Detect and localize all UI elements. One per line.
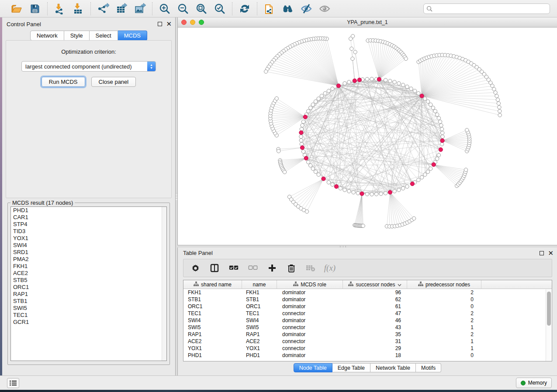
- search-box[interactable]: [423, 3, 550, 14]
- select-all-icon[interactable]: [229, 263, 239, 273]
- table-row[interactable]: SWI4SWI4dominator462: [183, 317, 552, 324]
- tab-style[interactable]: Style: [64, 31, 90, 41]
- network-node[interactable]: [320, 94, 323, 98]
- network-node[interactable]: [436, 113, 439, 116]
- mcds-result-item[interactable]: STB1: [11, 298, 166, 305]
- network-node[interactable]: [370, 193, 374, 196]
- network-node[interactable]: [441, 135, 444, 138]
- zoom-fit-icon[interactable]: [195, 3, 208, 15]
- find-icon[interactable]: [282, 3, 294, 15]
- network-node[interactable]: [433, 109, 437, 113]
- table-row[interactable]: RAP1RAP1dominator352: [183, 331, 552, 338]
- mcds-hub-node[interactable]: [300, 146, 304, 150]
- mcds-result-item[interactable]: GCR1: [11, 319, 166, 326]
- network-node[interactable]: [351, 34, 354, 38]
- network-node[interactable]: [347, 189, 351, 193]
- network-node[interactable]: [317, 173, 320, 176]
- network-node[interactable]: [439, 124, 443, 127]
- network-node[interactable]: [309, 164, 312, 167]
- zoom-selected-icon[interactable]: [214, 3, 226, 15]
- mcds-hub-node[interactable]: [410, 182, 414, 186]
- network-node[interactable]: [494, 91, 497, 94]
- delete-icon[interactable]: [287, 263, 296, 273]
- tab-network-table[interactable]: Network Table: [370, 363, 416, 372]
- network-node[interactable]: [283, 170, 286, 174]
- mcds-list-scrollbar[interactable]: [162, 207, 166, 361]
- network-node[interactable]: [309, 106, 312, 110]
- settings-gear-icon[interactable]: [190, 263, 200, 273]
- network-node[interactable]: [300, 142, 303, 146]
- network-node[interactable]: [417, 178, 420, 182]
- mcds-result-item[interactable]: STP4: [11, 221, 166, 228]
- close-table-panel-icon[interactable]: ✕: [548, 251, 554, 255]
- run-mcds-button[interactable]: Run MCDS: [42, 77, 85, 87]
- export-table-icon[interactable]: [115, 3, 128, 15]
- network-node[interactable]: [498, 113, 502, 117]
- network-node[interactable]: [401, 186, 405, 190]
- mcds-result-item[interactable]: SRD1: [11, 249, 166, 256]
- network-node[interactable]: [353, 50, 357, 54]
- table-row[interactable]: YOX1YOX1connector291: [183, 345, 552, 352]
- memory-button[interactable]: Memory: [516, 378, 552, 388]
- mcds-hub-node[interactable]: [420, 94, 424, 98]
- table-row[interactable]: SWI5SWI5connector431: [183, 324, 552, 331]
- network-node[interactable]: [497, 102, 500, 105]
- network-node[interactable]: [374, 193, 378, 196]
- float-panel-icon[interactable]: [158, 22, 162, 26]
- refresh-layout-icon[interactable]: [239, 3, 251, 15]
- import-table-icon[interactable]: [72, 3, 84, 15]
- mcds-hub-node[interactable]: [336, 84, 340, 88]
- mcds-hub-node[interactable]: [388, 190, 392, 194]
- network-node[interactable]: [498, 106, 501, 109]
- network-node[interactable]: [361, 224, 365, 227]
- column-layout-icon[interactable]: [210, 263, 219, 273]
- network-node[interactable]: [409, 87, 413, 90]
- network-node[interactable]: [426, 170, 429, 173]
- network-node[interactable]: [350, 47, 353, 50]
- mcds-result-item[interactable]: YOX1: [11, 235, 166, 242]
- network-node[interactable]: [423, 97, 427, 100]
- mcds-result-item[interactable]: TID3: [11, 228, 166, 235]
- table-scrollbar[interactable]: [546, 289, 551, 361]
- criterion-select[interactable]: largest connected component (undirected)…: [21, 61, 156, 72]
- table-row[interactable]: ACE2ACE2connector311: [183, 338, 552, 345]
- network-node[interactable]: [352, 190, 355, 194]
- mcds-hub-node[interactable]: [353, 79, 356, 83]
- network-node[interactable]: [413, 89, 416, 93]
- import-network-icon[interactable]: [54, 3, 66, 15]
- network-node[interactable]: [397, 188, 401, 192]
- save-icon[interactable]: [29, 3, 41, 15]
- network-node[interactable]: [343, 82, 346, 85]
- network-node[interactable]: [327, 89, 330, 93]
- network-node[interactable]: [370, 77, 374, 81]
- network-node[interactable]: [436, 157, 439, 160]
- tab-edge-table[interactable]: Edge Table: [332, 363, 370, 372]
- network-node[interactable]: [347, 80, 351, 84]
- network-node[interactable]: [311, 103, 315, 107]
- tab-network[interactable]: Network: [30, 31, 64, 41]
- mcds-result-item[interactable]: SWI5: [11, 305, 166, 312]
- network-node[interactable]: [405, 85, 409, 89]
- network-node[interactable]: [314, 170, 317, 173]
- network-node[interactable]: [379, 192, 383, 196]
- mcds-hub-node[interactable]: [322, 177, 325, 181]
- tab-mcds[interactable]: MCDS: [118, 31, 147, 41]
- table-scrollbar-thumb[interactable]: [547, 292, 551, 326]
- show-all-icon[interactable]: [318, 3, 331, 15]
- network-node[interactable]: [307, 109, 310, 113]
- network-node[interactable]: [420, 175, 423, 179]
- network-node[interactable]: [365, 193, 369, 196]
- network-node[interactable]: [339, 186, 342, 190]
- network-node[interactable]: [441, 131, 444, 134]
- network-node[interactable]: [429, 103, 432, 107]
- network-node[interactable]: [314, 100, 317, 103]
- network-canvas[interactable]: [178, 28, 557, 244]
- table-row[interactable]: STB1STB1dominator620: [183, 296, 552, 303]
- mcds-result-item[interactable]: PMA2: [11, 256, 166, 263]
- table-row[interactable]: FKH1FKH1dominator962: [183, 289, 552, 296]
- mcds-result-item[interactable]: ACE2: [11, 270, 166, 277]
- deselect-all-icon[interactable]: [248, 263, 258, 273]
- network-node[interactable]: [412, 217, 415, 220]
- network-node[interactable]: [317, 97, 320, 100]
- add-column-icon[interactable]: [267, 263, 277, 273]
